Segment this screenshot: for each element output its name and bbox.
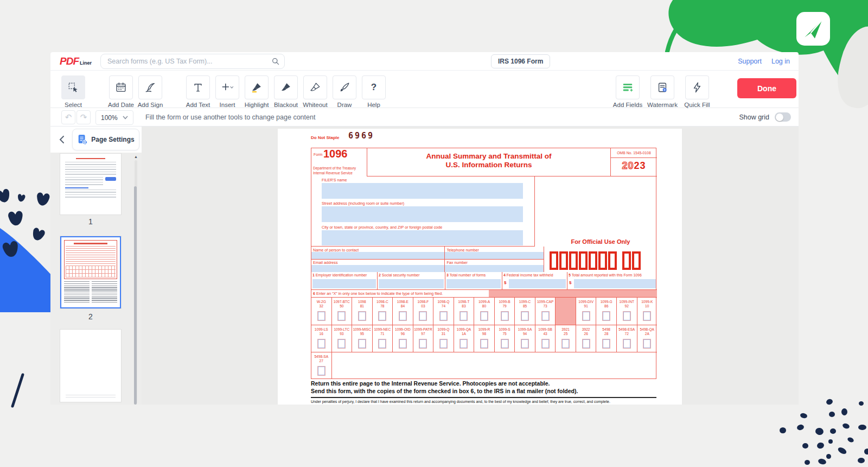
- form-type-checkbox-1099-QA[interactable]: [460, 339, 467, 348]
- form-type-checkbox-1099-DIV[interactable]: [583, 312, 590, 320]
- form-type-checkbox-5498-SA[interactable]: [318, 367, 325, 375]
- form-type-1099-A: 1099-A80: [474, 298, 495, 325]
- help-question-icon: ?: [362, 75, 386, 99]
- form-type-checkbox-1099-S[interactable]: [501, 339, 508, 348]
- collapse-sidebar-button[interactable]: [56, 134, 68, 146]
- form-type-checkbox-5498-QA[interactable]: [643, 339, 650, 348]
- email-label: Email address: [313, 260, 338, 265]
- form-type-checkbox-1099-NEC[interactable]: [379, 339, 386, 348]
- box5-input[interactable]: [574, 279, 656, 288]
- tool-watermark[interactable]: Watermark: [650, 75, 674, 108]
- show-grid-toggle[interactable]: [775, 112, 791, 122]
- navy-dot-decoration: [815, 427, 824, 436]
- page-thumbnail-3[interactable]: [60, 330, 121, 402]
- tool-blackout[interactable]: Blackout: [274, 75, 298, 108]
- form-type-1099-Q: 1099-Q31: [433, 325, 454, 352]
- form-type-checkbox-1097-BTC[interactable]: [338, 312, 345, 320]
- official-use-box: [589, 251, 597, 270]
- tool-draw[interactable]: Draw: [333, 75, 356, 108]
- form-type-checkbox-1098-F[interactable]: [419, 312, 426, 320]
- form-type-checkbox-1099-INT[interactable]: [623, 312, 630, 320]
- form-type-checkbox-1099-CAP[interactable]: [542, 312, 549, 320]
- form-type-checkbox-1099-R[interactable]: [481, 339, 488, 348]
- form-type-checkbox-5498-ESA[interactable]: [623, 339, 630, 348]
- page-thumbnail-1[interactable]: [60, 154, 121, 214]
- form-type-checkbox-5498[interactable]: [603, 339, 610, 348]
- official-use-box: [579, 251, 588, 270]
- form-type-checkbox-1099-SA[interactable]: [521, 339, 528, 348]
- navy-dot-decoration: [818, 458, 827, 465]
- form-type-checkbox-1099-SB[interactable]: [542, 339, 549, 348]
- login-link[interactable]: Log in: [771, 58, 790, 65]
- tool-add-text[interactable]: Add Text: [186, 75, 210, 108]
- show-grid-control: Show grid: [739, 108, 791, 126]
- page-controls-bar: ↶ ↷ 100% Fill the form or use another to…: [50, 108, 799, 127]
- navy-dot-decoration: [780, 427, 786, 433]
- tool-help[interactable]: ?Help: [362, 75, 386, 108]
- form-type-checkbox-W-2G[interactable]: [318, 312, 325, 320]
- filer-name-input[interactable]: [322, 183, 523, 199]
- city-input[interactable]: [322, 230, 523, 245]
- tool-whiteout[interactable]: Whiteout: [303, 75, 327, 108]
- tool-add-sign[interactable]: Add Sign: [138, 75, 162, 108]
- form-type-checkbox-1099-LS[interactable]: [318, 339, 325, 348]
- box3-input[interactable]: [446, 279, 501, 288]
- tool-add-date[interactable]: Add Date: [109, 75, 133, 108]
- tool-quick-fill[interactable]: Quick Fill: [685, 75, 709, 108]
- street-address-input[interactable]: [322, 206, 523, 222]
- support-link[interactable]: Support: [738, 58, 762, 65]
- numbered-boxes-row: 1 Employer identification number2 Social…: [311, 272, 657, 290]
- form-type-checkbox-1099-G[interactable]: [603, 312, 610, 320]
- form-type-checkbox-1099-B[interactable]: [501, 312, 508, 320]
- scroll-up-arrow-icon[interactable]: ▲: [134, 155, 138, 159]
- official-use-box: [622, 251, 631, 270]
- done-button[interactable]: Done: [737, 78, 796, 98]
- box4-input[interactable]: [509, 279, 566, 288]
- tool-highlight[interactable]: Highlight: [245, 75, 269, 108]
- plus-chevron-icon: [215, 75, 239, 99]
- form-type-1099-NEC: 1099-NEC71: [373, 325, 393, 352]
- box1-input[interactable]: [312, 279, 376, 288]
- filer-name-label: FILER'S name: [322, 178, 347, 182]
- form-type-checkbox-1099-A[interactable]: [481, 312, 488, 320]
- form-type-checkbox-1099-OID[interactable]: [399, 339, 406, 348]
- form-type-checkbox-1099-K[interactable]: [643, 312, 650, 320]
- form-type-checkbox-1099-LTC[interactable]: [338, 339, 345, 348]
- pdfliner-app-window: PDF Liner IRS 1096 Form Support Log in S…: [50, 52, 799, 405]
- telephone-input[interactable]: [445, 252, 544, 259]
- redo-button[interactable]: ↷: [76, 110, 91, 124]
- zoom-select[interactable]: 100%: [95, 110, 133, 125]
- form-type-checkbox-1099-MISC[interactable]: [359, 339, 366, 348]
- form-type-checkbox-1098-Q[interactable]: [440, 312, 447, 320]
- undo-button[interactable]: ↶: [61, 110, 75, 124]
- form-type-checkbox-1098-T[interactable]: [460, 312, 467, 320]
- contact-name-input[interactable]: [311, 252, 444, 259]
- tool-select[interactable]: Select: [61, 75, 85, 108]
- form-type-checkbox-1098-C[interactable]: [379, 312, 386, 320]
- navy-blob-decoration: [0, 184, 15, 209]
- page-settings-button[interactable]: Page Settings: [72, 129, 139, 150]
- fax-input[interactable]: [445, 265, 544, 272]
- form-type-W-2G: W-2G32: [311, 298, 332, 325]
- form-type-checkbox-1098[interactable]: [359, 312, 366, 320]
- box2-input[interactable]: [379, 279, 444, 288]
- return-notice-line1: Return this entire page to the Internal …: [311, 380, 550, 387]
- tool-add-fields[interactable]: Add Fields: [616, 75, 640, 108]
- official-use-box: [559, 251, 568, 270]
- form-type-checkbox-1099-C[interactable]: [521, 312, 528, 320]
- email-input[interactable]: [311, 265, 444, 272]
- tool-insert[interactable]: Insert: [215, 75, 239, 108]
- form-type-checkbox-3921[interactable]: [562, 339, 569, 348]
- form-type-checkbox-1098-E[interactable]: [399, 312, 406, 320]
- scrollbar-thumb[interactable]: [134, 186, 137, 405]
- page-settings-icon: [77, 134, 88, 145]
- form-type-checkbox-3922[interactable]: [583, 339, 590, 348]
- search-icon[interactable]: [271, 57, 280, 68]
- search-input[interactable]: [100, 54, 285, 69]
- navy-dot-decoration: [858, 458, 865, 463]
- page-thumbnail-2-selected[interactable]: [60, 236, 121, 308]
- form-type-checkbox-1099-PATR[interactable]: [419, 339, 426, 348]
- form-type-checkbox-1099-Q[interactable]: [440, 339, 447, 348]
- official-use-box: [632, 251, 641, 270]
- pdfliner-logo[interactable]: PDF Liner: [60, 56, 92, 66]
